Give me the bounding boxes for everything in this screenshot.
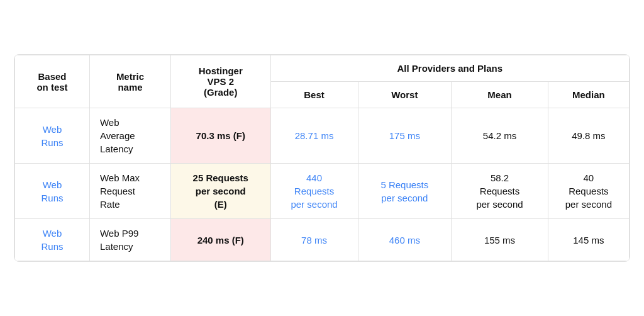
cell-metric-1: Web Max Request Rate <box>89 164 170 219</box>
header-mean: Mean <box>452 82 548 108</box>
cell-best-0: 28.71 ms <box>270 108 358 164</box>
header-hostinger: Hostinger VPS 2 (Grade) <box>170 55 270 108</box>
cell-worst-2: 460 ms <box>358 219 452 261</box>
comparison-table: Based on test Metric name Hostinger VPS … <box>14 54 630 262</box>
cell-best-1: 440 Requests per second <box>270 164 358 219</box>
cell-based-1[interactable]: Web Runs <box>15 164 90 219</box>
cell-median-0: 49.8 ms <box>548 108 629 164</box>
cell-mean-1: 58.2 Requests per second <box>452 164 548 219</box>
cell-based-2[interactable]: Web Runs <box>15 219 90 261</box>
cell-median-1: 40 Requests per second <box>548 164 629 219</box>
cell-mean-0: 54.2 ms <box>452 108 548 164</box>
cell-metric-2: Web P99 Latency <box>89 219 170 261</box>
cell-hostinger-1: 25 Requests per second (E) <box>170 164 270 219</box>
cell-worst-0: 175 ms <box>358 108 452 164</box>
header-median: Median <box>548 82 629 108</box>
header-based-on-test: Based on test <box>15 55 90 108</box>
header-metric-name: Metric name <box>89 55 170 108</box>
cell-best-2: 78 ms <box>270 219 358 261</box>
cell-worst-1: 5 Requests per second <box>358 164 452 219</box>
header-worst: Worst <box>358 82 452 108</box>
cell-hostinger-0: 70.3 ms (F) <box>170 108 270 164</box>
cell-median-2: 145 ms <box>548 219 629 261</box>
cell-based-0[interactable]: Web Runs <box>15 108 90 164</box>
cell-hostinger-2: 240 ms (F) <box>170 219 270 261</box>
cell-metric-0: Web Average Latency <box>89 108 170 164</box>
header-best: Best <box>270 82 358 108</box>
cell-mean-2: 155 ms <box>452 219 548 261</box>
header-all-providers: All Providers and Plans <box>270 55 629 82</box>
